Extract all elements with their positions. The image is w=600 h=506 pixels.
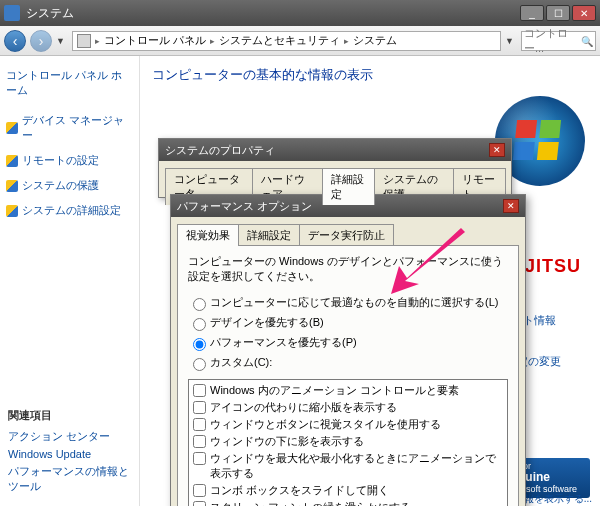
leftnav-link[interactable]: リモートの設定 (22, 151, 99, 170)
page-title: コンピューターの基本的な情報の表示 (152, 66, 588, 84)
shield-icon (6, 205, 18, 217)
leftnav-link[interactable]: デバイス マネージャー (22, 111, 133, 145)
radio-option[interactable]: カスタム(C): (188, 353, 508, 373)
related-header: 関連項目 (8, 408, 139, 423)
related-items: 関連項目 アクション センターWindows Updateパフォーマンスの情報と… (8, 408, 139, 496)
radio-option[interactable]: パフォーマンスを優先する(P) (188, 333, 508, 353)
visual-effects-pane: コンピューターの Windows のデザインとパフォーマンスに使う設定を選択して… (177, 245, 519, 506)
control-panel-home-link[interactable]: コントロール パネル ホーム (6, 66, 133, 100)
close-button[interactable]: ✕ (572, 5, 596, 21)
visual-effects-checklist[interactable]: Windows 内のアニメーション コントロールと要素アイコンの代わりに縮小版を… (188, 379, 508, 506)
breadcrumb[interactable]: ▸ コントロール パネル ▸ システムとセキュリティ ▸ システム (72, 31, 501, 51)
checklist-item[interactable]: ウィンドウの下に影を表示する (193, 433, 503, 450)
checklist-item[interactable]: コンボ ボックスをスライドして開く (193, 482, 503, 499)
search-input[interactable]: コントロー... (521, 31, 596, 51)
chevron-right-icon: ▸ (208, 36, 217, 46)
breadcrumb-part[interactable]: システムとセキュリティ (219, 33, 340, 48)
leftnav-link[interactable]: システムの詳細設定 (22, 201, 121, 220)
checklist-item[interactable]: ウィンドウとボタンに視覚スタイルを使用する (193, 416, 503, 433)
related-link[interactable]: パフォーマンスの情報とツール (8, 462, 139, 496)
leftnav-link[interactable]: システムの保護 (22, 176, 99, 195)
radio-option[interactable]: コンピューターに応じて最適なものを自動的に選択する(L) (188, 293, 508, 313)
chevron-right-icon: ▸ (93, 36, 102, 46)
search-icon (579, 35, 593, 47)
checklist-item[interactable]: ウィンドウを最大化や最小化するときにアニメーションで表示する (193, 450, 503, 482)
related-link[interactable]: Windows Update (8, 446, 139, 462)
pane-description: コンピューターの Windows のデザインとパフォーマンスに使う設定を選択して… (188, 254, 508, 285)
radio-option[interactable]: デザインを優先する(B) (188, 313, 508, 333)
dialog-tabs: 視覚効果詳細設定データ実行防止 (171, 217, 525, 245)
left-nav: コントロール パネル ホーム デバイス マネージャーリモートの設定システムの保護… (0, 56, 140, 506)
chevron-right-icon: ▸ (342, 36, 351, 46)
checklist-item[interactable]: スクリーン フォントの縁を滑らかにする (193, 499, 503, 506)
window-titlebar: システム _ ☐ ✕ (0, 0, 600, 26)
nav-back-button[interactable] (4, 30, 26, 52)
tab[interactable]: 詳細設定 (238, 224, 300, 246)
breadcrumb-part[interactable]: システム (353, 33, 397, 48)
shield-icon (6, 180, 18, 192)
tab[interactable]: データ実行防止 (299, 224, 394, 246)
computer-icon (77, 34, 91, 48)
system-properties-dialog: システムのプロパティ ✕ コンピューター名ハードウェア詳細設定システムの保護リモ… (158, 138, 512, 198)
tab[interactable]: 視覚効果 (177, 224, 239, 246)
visual-effects-radios: コンピューターに応じて最適なものを自動的に選択する(L)デザインを優先する(B)… (188, 293, 508, 373)
nav-forward-button[interactable] (30, 30, 52, 52)
tab[interactable]: 詳細設定 (322, 168, 375, 205)
shield-icon (6, 122, 18, 134)
nav-history-dropdown[interactable]: ▼ (56, 36, 68, 46)
minimize-button[interactable]: _ (520, 5, 544, 21)
checklist-item[interactable]: アイコンの代わりに縮小版を表示する (193, 399, 503, 416)
breadcrumb-part[interactable]: コントロール パネル (104, 33, 206, 48)
dialog-close-button[interactable]: ✕ (489, 143, 505, 157)
dialog-title: パフォーマンス オプション (177, 199, 312, 214)
checklist-item[interactable]: Windows 内のアニメーション コントロールと要素 (193, 382, 503, 399)
dialog-close-button[interactable]: ✕ (503, 199, 519, 213)
performance-options-dialog: パフォーマンス オプション ✕ 視覚効果詳細設定データ実行防止 コンピューターの… (170, 194, 526, 506)
search-placeholder: コントロー... (524, 26, 579, 56)
maximize-button[interactable]: ☐ (546, 5, 570, 21)
breadcrumb-dropdown[interactable]: ▼ (505, 36, 517, 46)
related-link[interactable]: アクション センター (8, 427, 139, 446)
window-title: システム (26, 5, 520, 22)
system-icon (4, 5, 20, 21)
toolbar: ▼ ▸ コントロール パネル ▸ システムとセキュリティ ▸ システム ▼ コン… (0, 26, 600, 56)
dialog-title: システムのプロパティ (165, 143, 275, 158)
shield-icon (6, 155, 18, 167)
